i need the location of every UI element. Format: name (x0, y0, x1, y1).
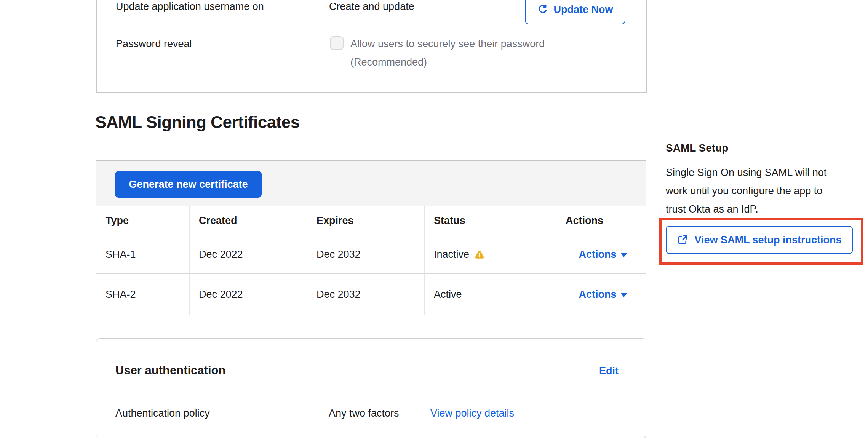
cert-status: Inactive (425, 235, 559, 274)
saml-setup-title: SAML Setup (666, 142, 728, 154)
saml-certificates-heading: SAML Signing Certificates (95, 113, 300, 132)
column-header-status: Status (425, 206, 559, 235)
table-row: SHA-2 Dec 2022 Dec 2032 Active Actions (96, 274, 646, 315)
column-header-actions: Actions (559, 206, 646, 235)
view-saml-setup-instructions-button[interactable]: View SAML setup instructions (666, 226, 853, 254)
view-policy-details-link[interactable]: View policy details (430, 407, 514, 419)
password-reveal-recommended: (Recommended) (350, 56, 427, 69)
cert-expires: Dec 2032 (307, 274, 425, 315)
table-header-row: Type Created Expires Status Actions (96, 206, 646, 235)
status-text: Active (434, 289, 462, 300)
actions-label: Actions (579, 289, 616, 300)
external-link-icon (677, 234, 688, 246)
user-authentication-title: User authentication (115, 364, 225, 377)
password-reveal-label: Password reveal (116, 37, 192, 50)
view-saml-setup-instructions-label: View SAML setup instructions (694, 234, 841, 246)
app-settings-card: Update application username on Create an… (96, 0, 647, 93)
saml-setup-description-line: work until you configure the app to (666, 182, 864, 200)
saml-setup-description: Single Sign On using SAML will not work … (666, 163, 864, 218)
column-header-expires: Expires (307, 206, 425, 235)
saml-certificates-panel: Generate new certificate Type Created Ex… (96, 160, 646, 315)
update-now-button[interactable]: Update Now (525, 0, 625, 24)
actions-label: Actions (579, 249, 616, 260)
caret-down-icon (621, 253, 627, 257)
certificates-table: Type Created Expires Status Actions SHA-… (96, 206, 646, 315)
cert-created: Dec 2022 (190, 235, 307, 274)
actions-dropdown[interactable]: Actions (579, 249, 627, 260)
user-authentication-card: User authentication Edit Authentication … (96, 338, 646, 438)
certificates-toolbar: Generate new certificate (96, 161, 646, 206)
edit-link[interactable]: Edit (599, 365, 619, 377)
cert-expires: Dec 2032 (307, 235, 425, 274)
table-row: SHA-1 Dec 2022 Dec 2032 Inactive (96, 235, 646, 274)
cert-type: SHA-2 (96, 274, 190, 315)
cert-status: Active (425, 274, 559, 315)
caret-down-icon (621, 293, 627, 297)
refresh-icon (537, 4, 548, 15)
cert-actions-cell: Actions (559, 235, 646, 274)
authentication-policy-label: Authentication policy (115, 407, 210, 419)
username-update-value: Create and update (329, 0, 414, 13)
cert-type: SHA-1 (96, 235, 190, 274)
generate-new-certificate-button[interactable]: Generate new certificate (115, 171, 262, 198)
status-text: Inactive (434, 249, 469, 260)
page-root: Update application username on Create an… (0, 0, 868, 441)
update-now-label: Update Now (553, 4, 613, 16)
password-reveal-description: Allow users to securely see their passwo… (350, 37, 545, 50)
cert-created: Dec 2022 (190, 274, 307, 315)
warning-icon (474, 249, 485, 260)
column-header-created: Created (190, 206, 307, 235)
actions-dropdown[interactable]: Actions (579, 289, 627, 300)
username-update-label: Update application username on (116, 0, 264, 13)
password-reveal-checkbox[interactable] (330, 36, 344, 50)
cert-actions-cell: Actions (559, 274, 646, 315)
saml-setup-description-line: trust Okta as an IdP. (666, 200, 864, 218)
column-header-type: Type (96, 206, 190, 235)
saml-setup-description-line: Single Sign On using SAML will not (666, 163, 864, 182)
authentication-policy-value: Any two factors (329, 407, 399, 419)
